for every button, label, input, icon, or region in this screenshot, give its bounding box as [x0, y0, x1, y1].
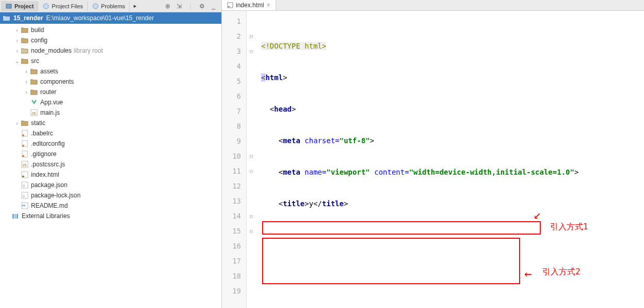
tree-arrow-icon[interactable]: › — [13, 27, 21, 33]
tree-item[interactable]: ›static — [0, 118, 221, 128]
folder-icon — [21, 36, 29, 44]
fold-handle[interactable]: ⊟ — [247, 149, 256, 164]
folder-icon — [21, 26, 29, 34]
line-number: 12 — [222, 179, 246, 194]
tree-item[interactable]: {}package.json — [0, 180, 221, 190]
code-content[interactable]: <!DOCTYPE html> <html> <head> <meta char… — [256, 11, 644, 308]
tree-item-label: package.json — [31, 181, 68, 189]
tab-label: Problems — [101, 3, 125, 9]
editor-body[interactable]: 12345678910111213141516171819 ⊟⊟⊟⊟⊟⊟ <!D… — [222, 11, 644, 308]
tab-project-files[interactable]: Project Files — [38, 1, 88, 11]
tree-arrow-icon[interactable]: › — [13, 48, 21, 54]
project-path-bar[interactable]: 15_render E:\miaov_workspace\01-vue\15_r… — [0, 12, 221, 24]
folder-icon — [21, 57, 29, 65]
project-tree[interactable]: ›build›config›node_moduleslibrary root⌄s… — [0, 24, 221, 308]
play-icon: ▸ — [134, 3, 137, 9]
tree-item-label: main.js — [40, 109, 60, 116]
tree-item[interactable]: {}package-lock.json — [0, 190, 221, 201]
fold-handle[interactable]: ⊟ — [247, 164, 256, 179]
tree-item-label: router — [40, 88, 56, 96]
tab-project[interactable]: Project — [1, 1, 38, 11]
fold-handle — [247, 104, 256, 119]
svg-point-6 — [22, 134, 24, 136]
tree-item[interactable]: JSmain.js — [0, 107, 221, 118]
svg-rect-21 — [14, 214, 16, 219]
tree-item-label: node_modules — [31, 47, 72, 54]
tree-item[interactable]: .gitignore — [0, 149, 221, 159]
tree-arrow-icon[interactable]: › — [13, 120, 21, 126]
tree-arrow-icon[interactable]: › — [23, 79, 30, 85]
locate-icon[interactable]: ⊕ — [164, 2, 172, 10]
tree-item-label: static — [31, 119, 45, 127]
svg-point-2 — [93, 4, 98, 9]
tree-item[interactable]: ›assets — [0, 66, 221, 76]
fold-handle — [247, 74, 256, 89]
tree-arrow-icon[interactable]: › — [23, 69, 30, 74]
tree-item[interactable]: ›router — [0, 87, 221, 97]
line-number: 3 — [222, 44, 246, 59]
tree-item[interactable]: .editorconfig — [0, 138, 221, 149]
editor-tab-index-html[interactable]: index.html × — [222, 0, 276, 10]
fold-handle — [247, 119, 256, 134]
folder-icon — [30, 78, 38, 86]
lib-icon — [11, 212, 20, 220]
tree-arrow-icon[interactable]: › — [23, 89, 30, 95]
project-icon — [5, 3, 12, 10]
svg-text:{}: {} — [23, 194, 25, 197]
svg-point-10 — [22, 155, 24, 157]
html-file-icon — [227, 2, 233, 8]
tree-item[interactable]: ›components — [0, 76, 221, 87]
tree-item[interactable]: index.html — [0, 170, 221, 180]
tree-item[interactable]: ›config — [0, 35, 221, 45]
fold-handle[interactable]: ⊟ — [247, 44, 256, 59]
fold-handle — [247, 134, 256, 149]
fold-handle[interactable]: ⊟ — [247, 224, 256, 239]
tree-item-label: src — [31, 57, 39, 65]
tree-arrow-icon[interactable]: ⌄ — [13, 58, 21, 64]
close-icon[interactable]: × — [267, 2, 270, 9]
fold-handle — [247, 239, 256, 254]
fold-gutter: ⊟⊟⊟⊟⊟⊟ — [247, 11, 256, 308]
tree-item[interactable]: ›build — [0, 25, 221, 35]
line-number: 6 — [222, 89, 246, 104]
collapse-icon[interactable]: ⇲ — [175, 2, 183, 10]
tree-item[interactable]: JS.postcssrc.js — [0, 159, 221, 170]
fold-handle — [247, 284, 256, 299]
fold-handle — [247, 194, 256, 209]
tree-item-label: .babelrc — [31, 130, 53, 137]
divider: | — [186, 2, 195, 10]
fold-handle — [247, 269, 256, 284]
tab-problems[interactable]: Problems — [88, 1, 130, 11]
file-icon — [21, 150, 29, 158]
project-path-text: E:\miaov_workspace\01-vue\15_render — [46, 14, 154, 22]
line-number: 16 — [222, 239, 246, 254]
tree-item[interactable]: README.md — [0, 201, 221, 211]
line-number: 1 — [222, 14, 246, 29]
tree-item-label: config — [31, 37, 47, 44]
svg-rect-0 — [6, 4, 11, 8]
minimize-icon[interactable]: ⎯ — [209, 2, 217, 10]
tree-item-label: index.html — [31, 171, 59, 178]
line-number: 2 — [222, 29, 246, 44]
tree-item[interactable]: .babelrc — [0, 128, 221, 138]
project-name: 15_render — [13, 14, 43, 22]
tree-item[interactable]: External Libraries — [0, 211, 221, 221]
tab-play[interactable]: ▸ — [130, 1, 141, 11]
file-icon — [21, 129, 29, 137]
tree-item[interactable]: App.vue — [0, 97, 221, 107]
fold-handle[interactable]: ⊟ — [247, 29, 256, 44]
md-icon — [21, 202, 29, 210]
gear-icon[interactable]: ⚙ — [198, 2, 206, 10]
folder-open-icon — [3, 15, 10, 21]
tree-arrow-icon[interactable]: › — [13, 38, 21, 43]
tree-item[interactable]: ›node_moduleslibrary root — [0, 45, 221, 56]
line-number: 11 — [222, 164, 246, 179]
fold-handle[interactable]: ⊟ — [247, 209, 256, 224]
svg-text:JS: JS — [22, 163, 27, 167]
fold-handle — [247, 14, 256, 29]
html-icon — [21, 171, 29, 179]
line-number: 8 — [222, 119, 246, 134]
line-number: 19 — [222, 284, 246, 299]
json-icon: {} — [21, 181, 29, 189]
tree-item[interactable]: ⌄src — [0, 56, 221, 66]
